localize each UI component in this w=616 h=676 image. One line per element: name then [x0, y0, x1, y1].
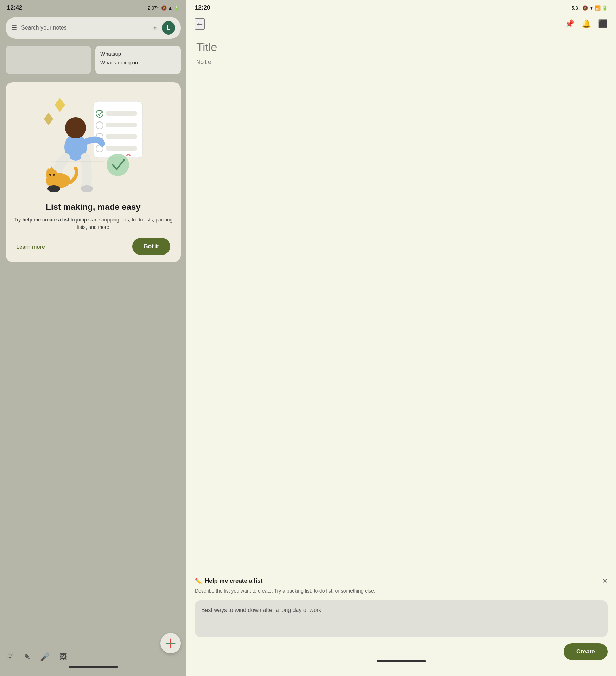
- home-indicator-left: [69, 666, 118, 668]
- svg-point-18: [49, 174, 51, 176]
- help-title-row: ✏️ Help me create a list: [195, 577, 262, 584]
- svg-rect-8: [106, 134, 137, 139]
- note-card-empty[interactable]: [6, 46, 91, 74]
- pin-icon[interactable]: 📌: [565, 19, 574, 29]
- help-panel: ✏️ Help me create a list ✕ Describe the …: [186, 570, 616, 676]
- checkbox-icon[interactable]: ☑: [7, 652, 14, 662]
- toolbar-icons: 📌 🔔 ⬛: [565, 19, 608, 29]
- svg-marker-1: [44, 113, 53, 125]
- layout-icon[interactable]: ⊞: [152, 24, 158, 32]
- status-bar-left: 12:42 2.07↑ 🔕 ▲ 🔋: [0, 0, 186, 14]
- archive-icon[interactable]: ⬛: [598, 19, 608, 29]
- avatar[interactable]: L: [162, 21, 175, 35]
- time-left: 12:42: [7, 4, 22, 11]
- desc-suffix: to jump start shopping lists, to-do list…: [69, 217, 172, 230]
- bottom-icons: ☑ ✎ 🎤 🖼: [7, 652, 179, 663]
- status-bar-right: 12:20 5.8↓ 🔕 ▼ 📶 🔋: [186, 0, 616, 14]
- feature-desc: Try help me create a list to jump start …: [13, 216, 174, 231]
- help-header: ✏️ Help me create a list ✕: [195, 577, 608, 585]
- svg-rect-4: [106, 111, 137, 116]
- wand-icon: ✏️: [195, 578, 202, 584]
- status-icons-right: 5.8↓ 🔕 ▼ 📶 🔋: [572, 5, 608, 11]
- svg-rect-10: [106, 146, 137, 151]
- feature-card: List making, made easy Try help me creat…: [6, 82, 181, 262]
- system-icons-left: 🔕 ▲ 🔋: [161, 5, 179, 11]
- help-input[interactable]: [195, 600, 608, 637]
- desc-prefix: Try: [14, 217, 23, 223]
- got-it-button[interactable]: Got it: [132, 238, 170, 255]
- bottom-bar-left: ☑ ✎ 🎤 🖼: [0, 648, 186, 676]
- image-icon[interactable]: 🖼: [59, 652, 67, 662]
- status-icons-left: 2.07↑ 🔕 ▲ 🔋: [148, 5, 179, 11]
- pencil-icon[interactable]: ✎: [24, 652, 30, 662]
- left-panel: 12:42 2.07↑ 🔕 ▲ 🔋 ☰ Search your notes ⊞ …: [0, 0, 186, 676]
- svg-point-13: [65, 117, 86, 138]
- fab-button[interactable]: [160, 633, 181, 653]
- mic-icon[interactable]: 🎤: [40, 652, 50, 662]
- illustration: [33, 91, 153, 196]
- menu-icon[interactable]: ☰: [11, 24, 17, 32]
- help-close-button[interactable]: ✕: [602, 577, 608, 585]
- note-body-input[interactable]: [196, 58, 606, 88]
- search-bar[interactable]: ☰ Search your notes ⊞ L: [6, 17, 181, 39]
- help-desc: Describe the list you want to create. Tr…: [195, 588, 608, 595]
- create-button[interactable]: Create: [564, 643, 608, 660]
- svg-point-19: [53, 174, 55, 176]
- learn-more-button[interactable]: Learn more: [16, 244, 45, 250]
- feature-title: List making, made easy: [46, 202, 140, 212]
- right-panel: 12:20 5.8↓ 🔕 ▼ 📶 🔋 ← 📌 🔔 ⬛ ✏️ Help me cr…: [186, 0, 616, 676]
- svg-rect-6: [106, 123, 137, 127]
- home-indicator-right: [377, 660, 426, 662]
- note-title-input[interactable]: [196, 41, 606, 54]
- desc-bold: help me create a list: [22, 217, 69, 223]
- signal-right: 5.8↓: [572, 5, 580, 11]
- help-title-text: Help me create a list: [205, 577, 262, 584]
- svg-point-20: [47, 185, 60, 192]
- svg-point-11: [107, 154, 129, 176]
- reminder-icon[interactable]: 🔔: [582, 19, 591, 29]
- fab-plus-icon: [166, 638, 176, 648]
- signal-left: 2.07↑: [148, 5, 159, 11]
- search-placeholder-text: Search your notes: [21, 25, 148, 31]
- time-right: 12:20: [195, 4, 210, 11]
- system-icons-right: 🔕 ▼ 📶 🔋: [582, 5, 608, 11]
- back-button[interactable]: ←: [195, 18, 205, 30]
- note-line-2: What's going on: [100, 60, 176, 65]
- svg-point-21: [81, 185, 93, 192]
- note-toolbar: ← 📌 🔔 ⬛: [186, 14, 616, 34]
- note-card-text[interactable]: Whatsup What's going on: [95, 46, 181, 74]
- notes-grid: Whatsup What's going on: [6, 46, 181, 74]
- feature-actions: Learn more Got it: [13, 238, 174, 255]
- note-line-1: Whatsup: [100, 51, 176, 57]
- svg-marker-0: [55, 98, 65, 112]
